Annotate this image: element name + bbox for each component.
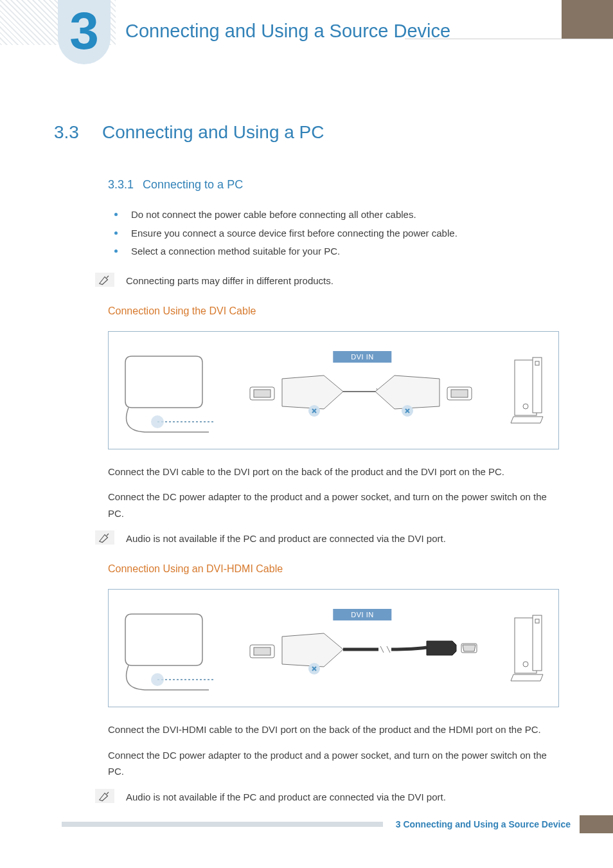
chapter-title: Connecting and Using a Source Device xyxy=(125,21,450,42)
note-icon xyxy=(95,273,114,287)
section-number: 3.3 xyxy=(54,122,79,143)
header-accent-block xyxy=(562,0,613,39)
subsection-number: 3.3.1 xyxy=(108,178,134,192)
note-icon xyxy=(95,789,114,803)
page-footer: 3 Connecting and Using a Source Device xyxy=(0,815,613,833)
svg-rect-22 xyxy=(535,619,539,623)
dvi-heading: Connection Using the DVI Cable xyxy=(108,305,559,317)
svg-rect-17 xyxy=(254,647,271,655)
note-row: Audio is not available if the PC and pro… xyxy=(95,789,559,805)
dvi-hdmi-heading: Connection Using an DVI-HDMI Cable xyxy=(108,563,559,575)
page-content: 3.3 Connecting and Using a PC 3.3.1 Conn… xyxy=(54,122,559,822)
footer-page-block xyxy=(580,815,613,833)
bullet-item: Select a connection method suitable for … xyxy=(114,242,559,261)
dvi-para-2: Connect the DC power adapter to the prod… xyxy=(108,489,559,521)
svg-rect-11 xyxy=(535,361,539,365)
section-heading: 3.3 Connecting and Using a PC xyxy=(54,122,559,143)
footer-chapter-label: 3 Connecting and Using a Source Device xyxy=(383,819,580,829)
note-text: Connecting parts may differ in different… xyxy=(126,273,333,289)
svg-rect-8 xyxy=(451,390,468,397)
svg-point-2 xyxy=(151,415,164,428)
footer-bar xyxy=(62,822,383,827)
bullet-item: Ensure you connect a source device first… xyxy=(114,224,559,243)
dvi-diagram: DVI IN xyxy=(108,331,559,449)
bullet-list: Do not connect the power cable before co… xyxy=(108,206,559,261)
dvi-hdmi-diagram: DVI IN xyxy=(108,589,559,707)
svg-rect-10 xyxy=(533,357,542,413)
note-row: Connecting parts may differ in different… xyxy=(95,273,559,289)
pc-tower-illustration xyxy=(510,356,548,427)
subsection-title: Connecting to a PC xyxy=(143,178,243,192)
subsection: 3.3.1 Connecting to a PC Do not connect … xyxy=(108,178,559,805)
pc-tower-illustration xyxy=(510,614,548,685)
svg-rect-4 xyxy=(254,390,271,397)
monitor-illustration xyxy=(119,608,215,691)
monitor-illustration xyxy=(119,350,215,433)
svg-point-15 xyxy=(151,673,164,686)
dvi-hdmi-para-2: Connect the DC power adapter to the prod… xyxy=(108,747,559,780)
cable-illustration: DVI IN xyxy=(215,614,510,685)
note-icon xyxy=(95,530,114,545)
chapter-badge: 3 xyxy=(58,0,111,64)
subsection-heading: 3.3.1 Connecting to a PC xyxy=(108,178,559,192)
svg-rect-21 xyxy=(533,615,542,671)
section-title: Connecting and Using a PC xyxy=(102,122,324,143)
dvi-para-1: Connect the DVI cable to the DVI port on… xyxy=(108,464,559,480)
note-row: Audio is not available if the PC and pro… xyxy=(95,530,559,547)
note-text: Audio is not available if the PC and pro… xyxy=(126,789,446,805)
cable-illustration: DVI IN xyxy=(215,356,510,427)
port-label: DVI IN xyxy=(333,351,391,363)
bullet-item: Do not connect the power cable before co… xyxy=(114,206,559,224)
chapter-number: 3 xyxy=(69,5,99,57)
note-text: Audio is not available if the PC and pro… xyxy=(126,530,446,547)
dvi-hdmi-para-1: Connect the DVI-HDMI cable to the DVI po… xyxy=(108,721,559,738)
port-label: DVI IN xyxy=(333,609,391,620)
